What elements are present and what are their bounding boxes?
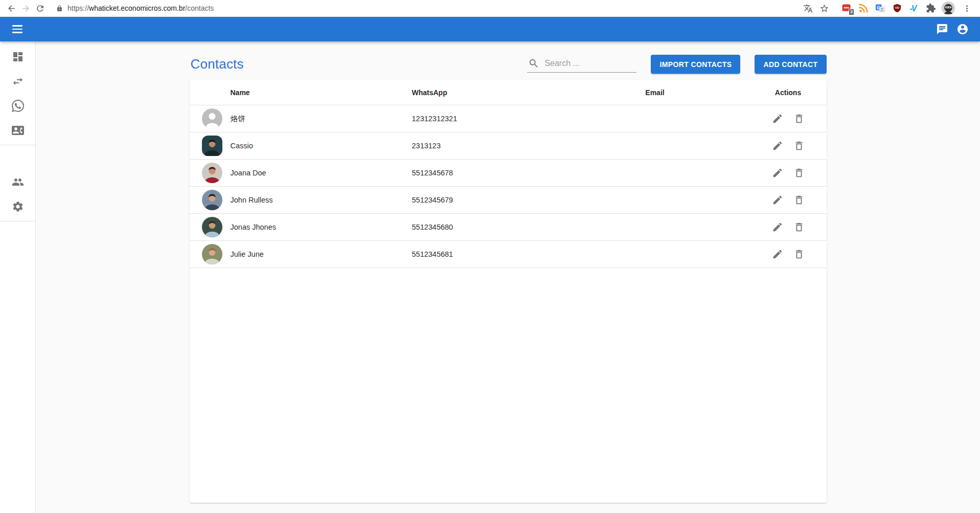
contact-name: Jonas Jhones (231, 223, 412, 231)
edit-contact-button[interactable] (768, 190, 787, 210)
edit-pencil-icon (772, 221, 783, 233)
address-bar[interactable]: https://whaticket.economicros.com.br/con… (52, 2, 835, 15)
sidebar-divider (0, 145, 35, 145)
sidebar-item-dashboard[interactable] (0, 44, 36, 69)
edit-pencil-icon (772, 167, 783, 179)
app-bar (0, 17, 980, 41)
sidebar-item-settings[interactable] (0, 194, 36, 219)
contact-avatar (202, 244, 222, 264)
back-icon[interactable] (4, 1, 18, 15)
column-header-name: Name (231, 88, 412, 97)
translate-page-icon[interactable] (801, 1, 815, 15)
sidebar-item-users[interactable] (0, 170, 36, 194)
contact-whatsapp: 2313123 (412, 142, 560, 150)
delete-trash-icon (793, 194, 805, 206)
delete-trash-icon (793, 167, 805, 179)
contact-whatsapp: 5512345681 (412, 250, 560, 258)
table-row: Jonas Jhones 5512345680 (190, 214, 827, 241)
edit-contact-button[interactable] (768, 244, 787, 264)
forward-icon[interactable] (18, 1, 33, 15)
delete-contact-button[interactable] (789, 244, 809, 264)
svg-text:UO: UO (895, 6, 899, 9)
column-header-whatsapp: WhatsApp (412, 88, 560, 97)
search-icon (528, 58, 539, 69)
contact-name: Julie June (231, 250, 412, 258)
column-header-actions: Actions (750, 88, 827, 97)
contact-avatar (202, 163, 222, 183)
vimeo-icon[interactable]: V (908, 2, 920, 14)
contact-avatar (202, 136, 222, 156)
browser-menu-icon[interactable] (960, 1, 974, 15)
puzzle-extension-icon[interactable] (925, 2, 937, 14)
table-row: 烙饼 12312312321 (190, 105, 827, 132)
reload-icon[interactable] (33, 1, 47, 15)
delete-trash-icon (793, 249, 805, 260)
contact-name: Joana Doe (231, 169, 412, 177)
delete-trash-icon (793, 221, 805, 233)
sidebar (0, 41, 36, 513)
connections-swap-icon (12, 75, 24, 87)
contact-avatar (202, 190, 222, 210)
sidebar-item-tickets[interactable] (0, 94, 36, 118)
contact-name: John Rulless (231, 196, 412, 204)
sidebar-divider (0, 221, 35, 221)
contact-avatar (202, 108, 222, 129)
edit-contact-button[interactable] (768, 163, 787, 183)
red-dots-extension-icon[interactable]: 3 (840, 2, 853, 14)
extensions-strip: 3 G文 UO V (838, 1, 976, 15)
delete-contact-button[interactable] (789, 109, 809, 128)
table-header-row: Name WhatsApp Email Actions (190, 80, 827, 105)
edit-contact-button[interactable] (768, 217, 787, 237)
edit-pencil-icon (772, 140, 783, 151)
browser-profile-avatar[interactable] (942, 2, 955, 15)
edit-contact-button[interactable] (768, 136, 787, 155)
contact-name: Cassio (231, 142, 412, 150)
dashboard-icon (12, 51, 24, 63)
main-content: Contacts IMPORT CONTACTS ADD CONTACT Nam… (36, 41, 980, 513)
browser-toolbar: https://whaticket.economicros.com.br/con… (0, 0, 980, 17)
edit-pencil-icon (772, 194, 783, 206)
delete-contact-button[interactable] (789, 190, 809, 210)
column-header-email: Email (560, 88, 750, 97)
ublock-origin-icon[interactable]: UO (891, 2, 903, 14)
table-row: Julie June 5512345681 (190, 241, 827, 268)
edit-pencil-icon (772, 113, 783, 124)
svg-text:文: 文 (880, 7, 884, 12)
menu-icon[interactable] (7, 19, 28, 39)
delete-contact-button[interactable] (789, 163, 809, 183)
svg-text:V: V (911, 4, 918, 13)
page-title: Contacts (191, 56, 244, 72)
contacts-table: Name WhatsApp Email Actions 烙饼 123123123… (190, 80, 827, 503)
delete-trash-icon (793, 140, 805, 151)
delete-contact-button[interactable] (789, 136, 809, 155)
import-contacts-button[interactable]: IMPORT CONTACTS (651, 55, 740, 74)
contacts-table-body: 烙饼 12312312321 Cassio 2313123 Joana Do (190, 105, 827, 268)
contact-name: 烙饼 (231, 114, 412, 124)
sidebar-item-connections[interactable] (0, 69, 36, 94)
table-row: Cassio 2313123 (190, 132, 827, 160)
contact-whatsapp: 5512345678 (412, 169, 560, 177)
contact-whatsapp: 12312312321 (412, 115, 560, 123)
search-input[interactable] (544, 59, 635, 68)
chat-icon[interactable] (932, 19, 952, 39)
padlock-icon (56, 5, 63, 12)
delete-trash-icon (793, 113, 805, 124)
contact-avatar (202, 217, 222, 237)
delete-contact-button[interactable] (789, 217, 809, 237)
edit-contact-button[interactable] (768, 109, 787, 128)
account-circle-icon[interactable] (952, 19, 973, 39)
sidebar-item-contacts[interactable] (0, 118, 36, 143)
rss-feed-icon[interactable] (857, 2, 870, 14)
settings-gear-icon (12, 200, 24, 213)
extension-badge: 3 (849, 9, 854, 15)
table-row: John Rulless 5512345679 (190, 187, 827, 214)
contact-whatsapp: 5512345679 (412, 196, 560, 204)
table-row: Joana Doe 5512345678 (190, 160, 827, 187)
contact-whatsapp: 5512345680 (412, 223, 560, 231)
whatsapp-icon (12, 100, 24, 112)
page-header: Contacts IMPORT CONTACTS ADD CONTACT (190, 41, 827, 80)
add-contact-button[interactable]: ADD CONTACT (755, 55, 826, 74)
google-translate-extension-icon[interactable]: G文 (874, 2, 886, 14)
contacts-icon (12, 124, 24, 137)
bookmark-star-icon[interactable] (817, 1, 831, 15)
